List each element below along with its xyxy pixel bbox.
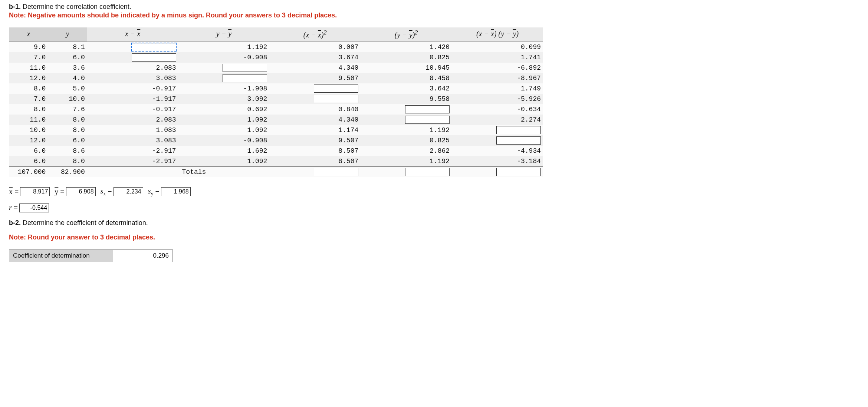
table-cell: 7.0 [9,52,48,63]
ybar-input[interactable] [66,187,96,196]
table-cell: 8.0 [48,115,87,125]
table-cell: 1.692 [178,146,270,156]
table-cell: 1.192 [361,156,452,167]
table-cell: 9.558 [361,94,452,104]
table-cell: 3.083 [87,73,178,83]
table-cell: 6.0 [48,52,87,63]
table-cell: 1.420 [361,42,452,52]
sx-input[interactable] [114,187,143,196]
blank-cell[interactable] [496,136,541,145]
table-row: 8.05.0-0.917-1.9083.6421.749 [9,83,543,94]
sy-input[interactable] [161,187,191,196]
table-cell: 8.0 [9,83,48,94]
table-cell: 10.0 [48,94,87,104]
calc-table: x y x − x y − y (x − x)2 (y − y)2 (x − x… [9,27,543,177]
table-cell: 7.6 [48,104,87,115]
table-cell: 8.458 [361,73,452,83]
table-cell: -0.634 [452,104,543,115]
totals-ymy2[interactable] [405,168,450,176]
b2-rest: Determine the coefficient of determinati… [21,219,148,226]
table-row: 6.08.0-2.9171.0928.5071.192-3.184 [9,156,543,167]
table-cell: 9.507 [269,135,361,146]
table-cell: 2.862 [361,146,452,156]
col-ymy: y − y [178,27,270,42]
b1-prompt: b-1. Determine the correlation coefficie… [9,3,859,11]
blank-cell[interactable] [132,53,176,62]
table-cell: 12.0 [9,135,48,146]
table-cell: 9.0 [9,42,48,52]
totals-prod[interactable] [496,168,541,176]
b1-note: Note: Negative amounts should be indicat… [9,11,859,19]
table-cell: 5.0 [48,83,87,94]
table-cell: 8.507 [269,156,361,167]
blank-cell[interactable] [405,116,450,124]
table-row: 8.07.6-0.9170.6920.840-0.634 [9,104,543,115]
table-cell: 1.192 [361,125,452,135]
table-cell: 11.0 [9,115,48,125]
xbar-label: x = [9,188,19,196]
table-cell: 10.945 [361,63,452,73]
table-row: 7.06.0-0.9083.6740.8251.741 [9,52,543,63]
totals-label: Totals [178,166,270,177]
table-cell: 2.083 [87,115,178,125]
table-cell: -0.908 [178,135,270,146]
table-cell: 2.274 [452,115,543,125]
table-cell: 1.083 [87,125,178,135]
blank-cell[interactable] [314,95,358,103]
table-cell: 0.007 [269,42,361,52]
table-row: 6.08.6-2.9171.6928.5072.862-4.934 [9,146,543,156]
summary-stats: x = y = sx = sy = r = [9,187,859,212]
table-cell: 3.092 [178,94,270,104]
coeff-det-row: Coefficient of determination [9,249,859,262]
table-cell: -5.926 [452,94,543,104]
table-row: 12.04.03.0839.5078.458-8.967 [9,73,543,83]
table-cell: 82.900 [48,166,87,177]
table-cell: -8.967 [452,73,543,83]
table-cell: 1.741 [452,52,543,63]
table-cell: 1.092 [178,125,270,135]
blank-cell[interactable] [314,85,358,93]
table-cell: 6.0 [9,146,48,156]
ybar-label: y = [55,188,64,196]
blank-cell[interactable] [132,43,176,51]
b2-prefix: b-2. [9,219,21,226]
totals-row: 107.00082.900Totals [9,166,543,177]
table-cell: -3.184 [452,156,543,167]
table-cell: -0.917 [87,104,178,115]
xbar-input[interactable] [20,187,50,196]
coeff-det-label: Coefficient of determination [9,250,113,262]
table-cell: 1.174 [269,125,361,135]
table-cell: 9.507 [269,73,361,83]
blank-cell[interactable] [223,74,267,82]
col-xmx2: (x − x)2 [269,27,361,42]
totals-xmx2[interactable] [314,168,358,176]
r-label: r = [9,204,18,212]
table-row: 7.010.0-1.9173.0929.558-5.926 [9,94,543,104]
col-prod: (x − x) (y − y) [452,27,543,42]
coeff-det-input[interactable] [113,250,172,262]
blank-cell[interactable] [405,105,450,113]
r-input[interactable] [19,204,49,212]
table-cell: 0.692 [178,104,270,115]
col-x: x [9,27,48,42]
table-row: 11.03.62.0834.34010.945-6.892 [9,63,543,73]
table-cell: 6.0 [48,135,87,146]
table-cell: -1.908 [178,83,270,94]
table-row: 12.06.03.083-0.9089.5070.825 [9,135,543,146]
table-cell: -1.917 [87,94,178,104]
sx-label: sx = [101,187,112,197]
blank-cell[interactable] [496,126,541,134]
table-row: 10.08.01.0831.0921.1741.192 [9,125,543,135]
table-cell: -0.917 [87,83,178,94]
table-cell: 0.825 [361,52,452,63]
table-cell: 8.0 [48,156,87,167]
table-cell: 8.6 [48,146,87,156]
table-cell: 6.0 [9,156,48,167]
b2-prompt: b-2. Determine the coefficient of determ… [9,219,859,227]
table-cell: 12.0 [9,73,48,83]
table-cell: -6.892 [452,63,543,73]
table-row: 9.08.11.1920.0071.4200.099 [9,42,543,52]
blank-cell[interactable] [223,64,267,72]
table-cell: 107.000 [9,166,48,177]
table-cell: 4.0 [48,73,87,83]
